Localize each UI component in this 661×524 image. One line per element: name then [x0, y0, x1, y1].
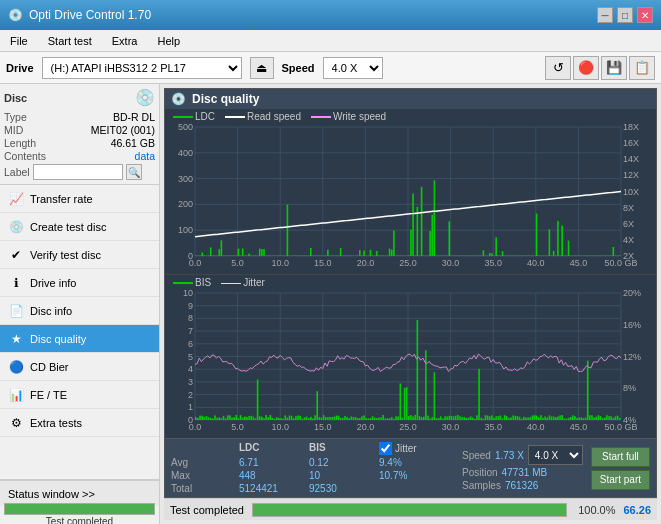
length-value: 46.61 GB	[111, 137, 155, 149]
drive-label: Drive	[6, 62, 34, 74]
legend-bis: BIS	[195, 277, 211, 288]
disc-section-title: Disc	[4, 92, 27, 104]
transfer-rate-label: Transfer rate	[30, 193, 93, 205]
content-area: 💿 Disc quality LDC Read speed Write spee…	[160, 84, 661, 524]
avg-jitter: 9.4%	[379, 457, 419, 468]
contents-label: Contents	[4, 150, 46, 162]
sidebar-item-extra-tests[interactable]: ⚙ Extra tests	[0, 409, 159, 437]
titlebar-controls: ─ □ ✕	[597, 7, 653, 23]
menu-help[interactable]: Help	[151, 33, 186, 49]
red-button[interactable]: 🔴	[573, 56, 599, 80]
speed-select-small[interactable]: 4.0 X2.0 X1.0 X	[528, 445, 583, 465]
panel-title: Disc quality	[192, 92, 259, 106]
start-part-button[interactable]: Start part	[591, 470, 650, 490]
drive-select[interactable]: (H:) ATAPI iHBS312 2 PL17	[42, 57, 242, 79]
status-text: Test completed	[170, 504, 244, 516]
disc-quality-icon: ★	[8, 331, 24, 347]
save-button[interactable]: 💾	[601, 56, 627, 80]
minimize-button[interactable]: ─	[597, 7, 613, 23]
max-bis: 10	[309, 470, 349, 481]
sidebar-item-verify-test-disc[interactable]: ✔ Verify test disc	[0, 241, 159, 269]
menu-extra[interactable]: Extra	[106, 33, 144, 49]
menubar: File Start test Extra Help	[0, 30, 661, 52]
charts-area: LDC Read speed Write speed BIS Jitter	[165, 109, 656, 438]
disc-info-label: Disc info	[30, 305, 72, 317]
action-buttons: Start full Start part	[591, 447, 650, 490]
position-val: 47731 MB	[502, 467, 548, 478]
jitter-label: Jitter	[395, 443, 417, 454]
refresh-button[interactable]: ↺	[545, 56, 571, 80]
status-window-label: Status window >>	[8, 488, 95, 500]
total-label: Total	[171, 483, 209, 494]
chart1: LDC Read speed Write speed	[165, 109, 656, 275]
verify-test-disc-label: Verify test disc	[30, 249, 101, 261]
samples-key: Samples	[462, 480, 501, 491]
save2-button[interactable]: 📋	[629, 56, 655, 80]
create-test-disc-icon: 💿	[8, 219, 24, 235]
speed-val: 1.73 X	[495, 450, 524, 461]
menu-start-test[interactable]: Start test	[42, 33, 98, 49]
max-jitter: 10.7%	[379, 470, 419, 481]
stats-right: Speed 1.73 X 4.0 X2.0 X1.0 X Position 47…	[462, 445, 650, 491]
contents-value: data	[135, 150, 155, 162]
legend-ldc: LDC	[195, 111, 215, 122]
label-search-button[interactable]: 🔍	[126, 164, 142, 180]
drive-info-label: Drive info	[30, 277, 76, 289]
disc-quality-panel: 💿 Disc quality LDC Read speed Write spee…	[164, 88, 657, 498]
chart1-canvas	[165, 109, 656, 274]
speed-select[interactable]: 4.0 X1.0 X2.0 X8.0 X	[323, 57, 383, 79]
total-bis: 92530	[309, 483, 349, 494]
mid-value: MEIT02 (001)	[91, 124, 155, 136]
verify-test-disc-icon: ✔	[8, 247, 24, 263]
status-complete-bar: Test completed 100.0% 66.26	[164, 498, 657, 520]
progress-bar-outer	[4, 503, 155, 515]
legend-write: Write speed	[333, 111, 386, 122]
sidebar-item-fe-te[interactable]: 📊 FE / TE	[0, 381, 159, 409]
sidebar-item-drive-info[interactable]: ℹ Drive info	[0, 269, 159, 297]
panel-header-icon: 💿	[171, 92, 186, 106]
speed-label: Speed	[282, 62, 315, 74]
stats-bar: LDC BIS Jitter Avg 6.71 0.12 9.4%	[165, 438, 656, 497]
mid-label: MID	[4, 124, 23, 136]
avg-ldc: 6.71	[239, 457, 279, 468]
jitter-checkbox[interactable]	[379, 442, 392, 455]
maximize-button[interactable]: □	[617, 7, 633, 23]
disc-quality-label: Disc quality	[30, 333, 86, 345]
label-label: Label	[4, 166, 30, 178]
panel-header: 💿 Disc quality	[165, 89, 656, 109]
pct-text: 100.0%	[575, 504, 615, 516]
sidebar-item-cd-bier[interactable]: 🔵 CD Bier	[0, 353, 159, 381]
drivebar: Drive (H:) ATAPI iHBS312 2 PL17 ⏏ Speed …	[0, 52, 661, 84]
extra-tests-label: Extra tests	[30, 417, 82, 429]
chart1-legend: LDC Read speed Write speed	[173, 111, 386, 122]
fe-te-label: FE / TE	[30, 389, 67, 401]
sidebar-item-disc-info[interactable]: 📄 Disc info	[0, 297, 159, 325]
position-key: Position	[462, 467, 498, 478]
type-value: BD-R DL	[113, 111, 155, 123]
app-icon: 💿	[8, 8, 23, 22]
sidebar-item-transfer-rate[interactable]: 📈 Transfer rate	[0, 185, 159, 213]
type-label: Type	[4, 111, 27, 123]
legend-jitter: Jitter	[243, 277, 265, 288]
eject-button[interactable]: ⏏	[250, 57, 274, 79]
menu-file[interactable]: File	[4, 33, 34, 49]
start-full-button[interactable]: Start full	[591, 447, 650, 467]
progress-bar-inner	[5, 504, 154, 514]
avg-bis: 0.12	[309, 457, 349, 468]
transfer-rate-icon: 📈	[8, 191, 24, 207]
titlebar-left: 💿 Opti Drive Control 1.70	[8, 8, 151, 22]
sidebar-item-create-test-disc[interactable]: 💿 Create test disc	[0, 213, 159, 241]
app-title: Opti Drive Control 1.70	[29, 8, 151, 22]
main-layout: Disc 💿 Type BD-R DL MID MEIT02 (001) Len…	[0, 84, 661, 524]
fe-te-icon: 📊	[8, 387, 24, 403]
label-input[interactable]	[33, 164, 123, 180]
sidebar: Disc 💿 Type BD-R DL MID MEIT02 (001) Len…	[0, 84, 160, 524]
status-bar-section: Status window >> Test completed	[0, 479, 159, 524]
chart2-canvas	[165, 275, 656, 438]
avg-label: Avg	[171, 457, 209, 468]
toolbar-icons: ↺ 🔴 💾 📋	[545, 56, 655, 80]
sidebar-item-disc-quality[interactable]: ★ Disc quality	[0, 325, 159, 353]
progress-row: Test completed	[0, 506, 159, 524]
nav-items: 📈 Transfer rate 💿 Create test disc ✔ Ver…	[0, 185, 159, 479]
close-button[interactable]: ✕	[637, 7, 653, 23]
